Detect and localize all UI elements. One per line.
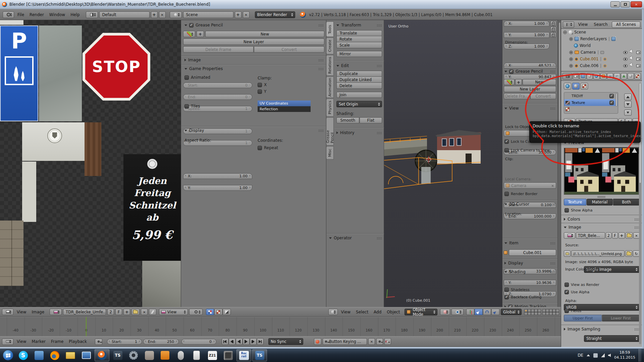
scale-button[interactable]: Scale <box>336 42 382 48</box>
layout-add-button[interactable] <box>151 11 158 18</box>
tab-relations[interactable]: Relations <box>326 55 334 76</box>
lock-scale-x-button[interactable] <box>550 21 556 26</box>
local-camera-field[interactable]: Camera <box>504 182 556 189</box>
outliner-row-renderlayers[interactable]: + RenderLayers | <box>561 36 642 42</box>
panel-grip[interactable] <box>377 237 382 239</box>
tab-data[interactable] <box>621 73 627 79</box>
orientation-select[interactable]: Global <box>501 309 522 315</box>
visibility-icon[interactable] <box>623 64 628 67</box>
start-button[interactable] <box>1 349 15 362</box>
display-filter-select[interactable]: All Scenes <box>612 21 640 28</box>
repeat-checkbox[interactable] <box>258 146 262 150</box>
taskbar-rocrail-icon[interactable]: Roc rail <box>236 349 251 361</box>
taskbar-system-icon[interactable] <box>32 349 46 361</box>
uv-view-select[interactable]: View <box>159 309 188 315</box>
collapse-icon[interactable] <box>329 237 332 239</box>
collapse-icon[interactable] <box>504 242 507 244</box>
alpha-mode-select[interactable]: Straight <box>584 335 640 342</box>
tab-physics[interactable]: Physics <box>326 99 334 117</box>
outliner-row-cube006[interactable]: + Cube.006 | <box>561 62 642 69</box>
current-frame-field[interactable]: 0 <box>181 339 216 345</box>
taskbar-teamspeak-icon[interactable]: TS <box>110 349 125 361</box>
frame-start-field[interactable]: Start:1 <box>107 339 142 345</box>
tl-menu-frame[interactable]: Frame <box>49 339 65 344</box>
collapse-plus-icon[interactable]: + <box>569 51 573 54</box>
render-border-checkbox[interactable] <box>504 192 509 196</box>
collapse-icon[interactable] <box>504 203 507 205</box>
gp-delete-frame-button[interactable]: Delete Frame <box>183 46 254 53</box>
taskbar-blender-icon[interactable] <box>95 349 109 361</box>
pivot-point-select[interactable] <box>451 309 464 315</box>
taskbar-media-icon[interactable] <box>79 349 94 361</box>
outliner-row-scene[interactable]: − Scene <box>561 29 642 36</box>
rotate-button[interactable]: Rotate <box>336 36 382 42</box>
tl-menu-playback[interactable]: Playback <box>67 339 89 344</box>
taskbar-skype-icon[interactable]: S <box>16 349 31 361</box>
collapse-icon[interactable] <box>184 130 187 131</box>
outliner-row-cube001[interactable]: + Cube.001 | <box>561 56 642 62</box>
visibility-icon[interactable] <box>623 58 628 61</box>
viewport-3d[interactable]: User Ortho (0) Cube.001 <box>326 20 502 307</box>
gp-add-button[interactable] <box>197 31 204 37</box>
lock-camera-checkbox[interactable] <box>504 148 509 153</box>
mirror-button[interactable]: Mirror <box>336 51 382 57</box>
vp-menu-view[interactable]: View <box>339 310 353 314</box>
outliner-row-world[interactable]: World <box>561 42 642 49</box>
panel-grip[interactable] <box>377 132 382 134</box>
clamp-y-checkbox[interactable] <box>258 89 262 94</box>
taskbar-settings-icon[interactable] <box>126 349 141 361</box>
keyframe-insert-button[interactable] <box>95 339 102 345</box>
editor-type-button[interactable] <box>562 73 572 79</box>
scene-browse-button[interactable] <box>170 11 182 18</box>
preview-both-button[interactable]: Both <box>613 199 640 205</box>
image-unlink-button[interactable] <box>141 309 148 315</box>
insert-keyframes-button[interactable] <box>376 338 383 345</box>
gp-new-layer-button[interactable]: New Layer <box>183 39 324 45</box>
scale-manipulator-toggle[interactable] <box>491 309 499 315</box>
image-name-field[interactable]: TDR_Bele... <box>576 232 605 239</box>
gp-datablock-button[interactable] <box>183 31 195 37</box>
play-button[interactable] <box>243 338 250 345</box>
language-indicator[interactable]: DE <box>578 353 583 358</box>
image-new-button[interactable] <box>123 309 130 315</box>
tab-material[interactable] <box>628 73 634 79</box>
aspect-y-field[interactable]: Y:1.00 <box>183 185 252 191</box>
uv-coordinates-option[interactable]: UV Coordinates <box>258 101 311 106</box>
rotate-manipulator-toggle[interactable] <box>483 309 491 315</box>
manipulator-toggle[interactable] <box>466 309 474 315</box>
scene-add-button[interactable] <box>235 11 241 18</box>
gp-convert-button[interactable]: Convert <box>254 46 324 53</box>
npanel-scrollbar[interactable] <box>557 20 561 307</box>
filepath-open-button[interactable] <box>625 250 632 257</box>
menu-help[interactable]: Help <box>68 12 82 17</box>
vp-menu-object[interactable]: Object <box>385 310 402 314</box>
delete-keyframes-button[interactable] <box>384 338 391 345</box>
tab-tools[interactable]: Tools <box>326 21 334 37</box>
duplicate-linked-button[interactable]: Duplicate Linked <box>336 77 382 83</box>
keying-clear-button[interactable] <box>368 338 375 345</box>
panel-grip[interactable] <box>550 271 555 273</box>
clock[interactable]: 18:59 04.11.2015 <box>614 350 635 360</box>
selectability-icon[interactable] <box>629 56 635 62</box>
panel-grip[interactable] <box>318 24 324 26</box>
item-name-field[interactable]: Cube.001 <box>509 249 556 256</box>
image-fake-user-button[interactable]: F <box>115 309 122 315</box>
delete-button[interactable]: Delete <box>336 83 382 89</box>
join-button[interactable]: Join <box>336 92 382 98</box>
panel-grip[interactable] <box>550 70 555 73</box>
layers-widget[interactable] <box>524 309 559 315</box>
gp-new-button[interactable]: New <box>205 31 324 37</box>
show-desktop-button[interactable] <box>639 349 641 362</box>
show-alpha-checkbox[interactable] <box>565 208 569 213</box>
tab-misc[interactable]: Misc <box>326 146 334 160</box>
pin-button[interactable] <box>149 309 156 315</box>
tray-icon-1[interactable] <box>593 353 598 358</box>
frame-end-field[interactable]: End:250 <box>143 339 179 345</box>
preview-resize-handle[interactable] <box>597 196 605 198</box>
collapse-icon[interactable] <box>504 262 506 264</box>
keying-set-select[interactable]: Button Keying ... <box>323 338 367 345</box>
draw-mode-toggle-1[interactable] <box>206 309 214 315</box>
scene-delete-button[interactable] <box>243 11 250 18</box>
fields-checkbox[interactable] <box>565 309 569 313</box>
vp-menu-add[interactable]: Add <box>372 310 383 314</box>
